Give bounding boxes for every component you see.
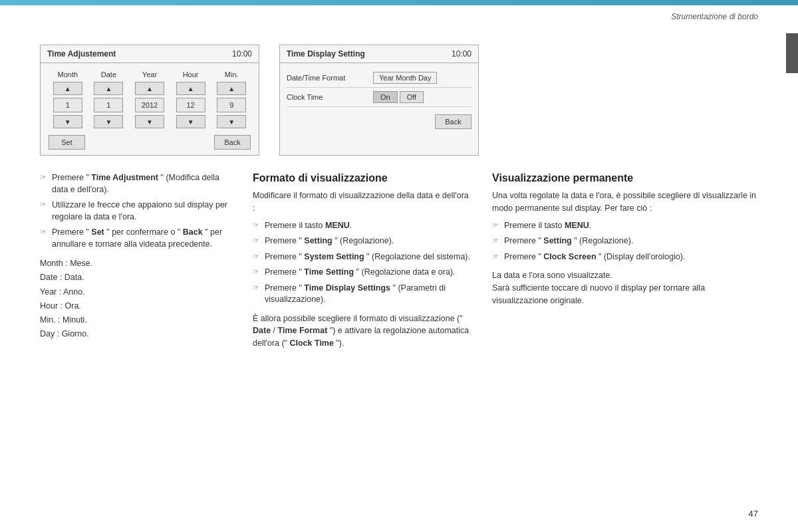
right-bullet-list: Premere il tasto MENU. Premere " Setting… [492, 220, 758, 263]
adj-down-row: ▼ ▼ ▼ ▼ ▼ [47, 114, 252, 130]
adj-footer: Set Back [47, 135, 252, 150]
datetime-format-label: Date/Time Format [287, 74, 373, 82]
adj-table: Month Date Year Hour Min. ▲ ▲ ▲ ▲ ▲ [47, 68, 252, 130]
col-left: Premere " Time Adjustment " (Modifica de… [40, 172, 233, 355]
col-date: Date [88, 68, 130, 80]
middle-bullet-3: Premere " System Setting " (Regolazione … [253, 251, 472, 263]
col-month: Month [47, 68, 88, 80]
middle-bullet-4: Premere " Time Setting " (Regolazione da… [253, 267, 472, 279]
month-down-btn[interactable]: ▼ [53, 115, 82, 128]
middle-bullet-list: Premere il tasto MENU. Premere " Setting… [253, 220, 472, 306]
screen-left-body: Month Date Year Hour Min. ▲ ▲ ▲ ▲ ▲ [41, 63, 259, 155]
main-content: Time Adjustement 10:00 Month Date Year H… [0, 25, 798, 368]
clock-time-label: Clock Time [287, 93, 373, 101]
right-bullet-3: Premere " Clock Screen " (Display dell'o… [492, 251, 758, 263]
clock-time-on-btn[interactable]: On [373, 91, 398, 103]
screen-left-time: 10:00 [232, 49, 252, 59]
back-button-left[interactable]: Back [214, 135, 251, 150]
min-up-btn[interactable]: ▲ [217, 82, 246, 95]
col-right: Visualizzazione permanente Una volta reg… [492, 172, 758, 355]
screen-right-time: 10:00 [452, 49, 471, 59]
middle-outro: È allora possibile scegliere il formato … [253, 313, 472, 350]
screen-right-body: Date/Time Format Year Month Day Clock Ti… [280, 63, 478, 136]
screens-row: Time Adjustement 10:00 Month Date Year H… [40, 45, 758, 156]
screen-left-header: Time Adjustement 10:00 [41, 45, 259, 63]
adj-values-row: 1 1 2012 12 9 [47, 96, 252, 114]
col-min: Min. [211, 68, 252, 80]
glossary-hour: Hour : Ora. [40, 299, 233, 313]
hour-value: 12 [176, 98, 205, 112]
year-value: 2012 [135, 98, 164, 112]
clock-time-toggle: On Off [373, 91, 424, 103]
screen-right-header: Time Display Setting 10:00 [280, 45, 478, 63]
content-columns: Premere " Time Adjustment " (Modifica de… [40, 172, 758, 355]
min-down-btn[interactable]: ▼ [217, 115, 246, 128]
datetime-format-value: Year Month Day [373, 72, 437, 84]
middle-intro: Modificare il formato di visualizzazione… [253, 190, 472, 215]
hour-down-btn[interactable]: ▼ [176, 115, 205, 128]
col-year: Year [129, 68, 170, 80]
right-heading: Visualizzazione permanente [492, 172, 758, 184]
middle-bullet-1: Premere il tasto MENU. [253, 220, 472, 232]
set-button[interactable]: Set [49, 135, 85, 150]
screen-right-title: Time Display Setting [287, 49, 365, 59]
screen-left-title: Time Adjustement [47, 49, 116, 59]
middle-heading: Formato di visualizzazione [253, 172, 472, 184]
glossary-month: Month : Mese. [40, 257, 233, 271]
hour-up-btn[interactable]: ▲ [176, 82, 205, 95]
left-bullet-2: Utilizzare le frecce che appaiono sul di… [40, 200, 233, 223]
right-bullet-1: Premere il tasto MENU. [492, 220, 758, 232]
back-button-right[interactable]: Back [435, 114, 471, 129]
col-middle: Formato di visualizzazione Modificare il… [253, 172, 472, 355]
date-up-btn[interactable]: ▲ [94, 82, 123, 95]
glossary-day: Day : Giorno. [40, 327, 233, 341]
time-display-setting-screen: Time Display Setting 10:00 Date/Time For… [279, 45, 479, 156]
min-value: 9 [217, 98, 246, 112]
left-bullet-1: Premere " Time Adjustment " (Modifica de… [40, 172, 233, 196]
glossary-date: Date : Data. [40, 271, 233, 285]
date-down-btn[interactable]: ▼ [94, 115, 123, 128]
left-bullet-3: Premere " Set " per confermare o " Back … [40, 227, 233, 250]
month-up-btn[interactable]: ▲ [53, 82, 82, 95]
clock-time-row: Clock Time On Off [287, 88, 471, 107]
year-down-btn[interactable]: ▼ [135, 115, 164, 128]
year-up-btn[interactable]: ▲ [135, 82, 164, 95]
glossary-year: Year : Anno. [40, 285, 233, 299]
page-header: Strumentazione di bordo [0, 5, 798, 25]
disp-footer: Back [287, 112, 471, 131]
glossary: Month : Mese. Date : Data. Year : Anno. … [40, 257, 233, 342]
header-text: Strumentazione di bordo [671, 12, 758, 21]
tab-marker [786, 33, 798, 73]
middle-bullet-5: Premere " Time Display Settings " (Param… [253, 283, 472, 306]
month-value: 1 [53, 98, 82, 112]
glossary-min: Min. : Minuti. [40, 313, 233, 327]
datetime-format-row: Date/Time Format Year Month Day [287, 68, 471, 88]
right-outro: La data e l'ora sono visualizzate. Sarà … [492, 269, 758, 307]
clock-time-off-btn[interactable]: Off [400, 91, 424, 103]
adj-headers-row: Month Date Year Hour Min. [47, 68, 252, 80]
col-hour: Hour [170, 68, 211, 80]
adj-up-row: ▲ ▲ ▲ ▲ ▲ [47, 80, 252, 96]
right-intro: Una volta regolate la data e l'ora, è po… [492, 190, 758, 215]
right-bullet-2: Premere " Setting " (Regolazione). [492, 235, 758, 247]
page-number: 47 [749, 509, 758, 519]
top-bar [0, 0, 798, 5]
middle-bullet-2: Premere " Setting " (Regolazione). [253, 235, 472, 247]
left-bullet-list: Premere " Time Adjustment " (Modifica de… [40, 172, 233, 250]
time-adjustment-screen: Time Adjustement 10:00 Month Date Year H… [40, 45, 259, 156]
date-value: 1 [94, 98, 123, 112]
